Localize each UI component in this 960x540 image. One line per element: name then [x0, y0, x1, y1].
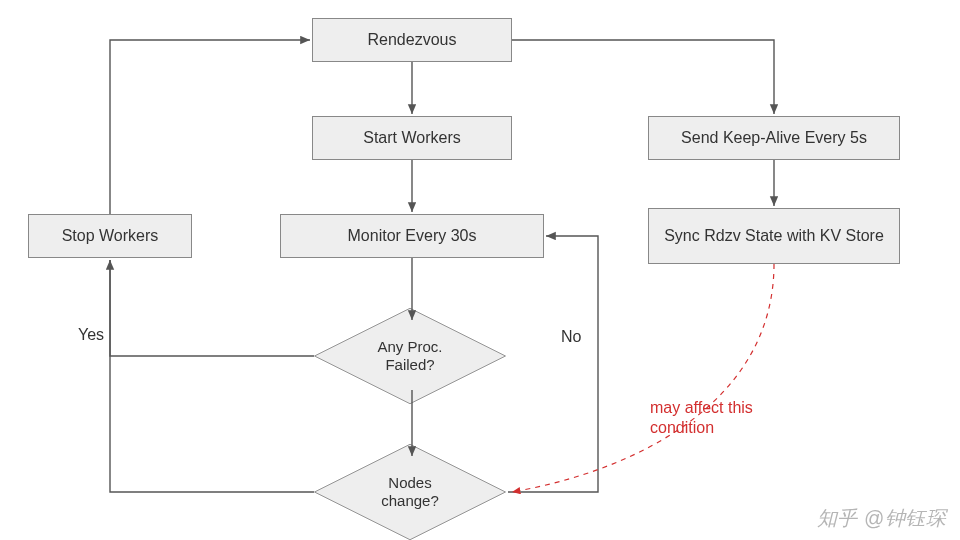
stop-workers-box: Stop Workers: [28, 214, 192, 258]
nodes-change-label: Nodes change?: [342, 424, 478, 540]
any-proc-failed-decision: Any Proc. Failed?: [342, 288, 478, 424]
yes-label: Yes: [78, 326, 104, 344]
any-proc-failed-label: Any Proc. Failed?: [342, 288, 478, 424]
no-label: No: [561, 328, 581, 346]
nodes-change-decision: Nodes change?: [342, 424, 478, 540]
watermark-text: 知乎 @钟钰琛: [817, 505, 946, 532]
rendezvous-box: Rendezvous: [312, 18, 512, 62]
keepalive-box: Send Keep-Alive Every 5s: [648, 116, 900, 160]
sync-state-box: Sync Rdzv State with KV Store: [648, 208, 900, 264]
start-workers-box: Start Workers: [312, 116, 512, 160]
arrows-layer: [0, 0, 960, 540]
monitor-box: Monitor Every 30s: [280, 214, 544, 258]
affect-condition-note: may affect this condition: [650, 398, 810, 438]
